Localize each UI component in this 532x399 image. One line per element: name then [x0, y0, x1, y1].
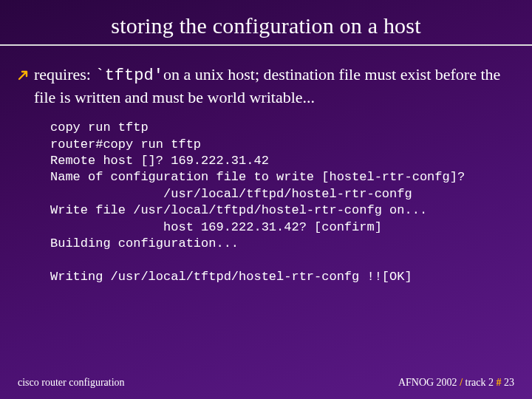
arrow-up-right-icon	[18, 69, 30, 81]
title-underline	[0, 44, 532, 46]
hash-icon: #	[497, 377, 502, 388]
bullet-text: requires: `tftpd'on a unix host; destina…	[34, 64, 514, 108]
footer-page: 23	[502, 377, 515, 388]
footer-track: track 2	[466, 377, 497, 388]
bullet-pre: requires:	[34, 65, 95, 83]
footer-event: AFNOG 2002	[398, 377, 457, 388]
slide-title: storing the configuration on a host	[18, 13, 514, 44]
terminal-block: copy run tftp router#copy run tftp Remot…	[50, 120, 514, 285]
footer-sep: /	[457, 377, 466, 388]
footer-right: AFNOG 2002 / track 2 # 23	[398, 377, 514, 389]
footer-left: cisco router configuration	[18, 377, 125, 389]
bullet-code: `tftpd'	[95, 66, 163, 85]
slide-footer: cisco router configuration AFNOG 2002 / …	[18, 377, 514, 389]
bullet-row: requires: `tftpd'on a unix host; destina…	[18, 64, 514, 108]
